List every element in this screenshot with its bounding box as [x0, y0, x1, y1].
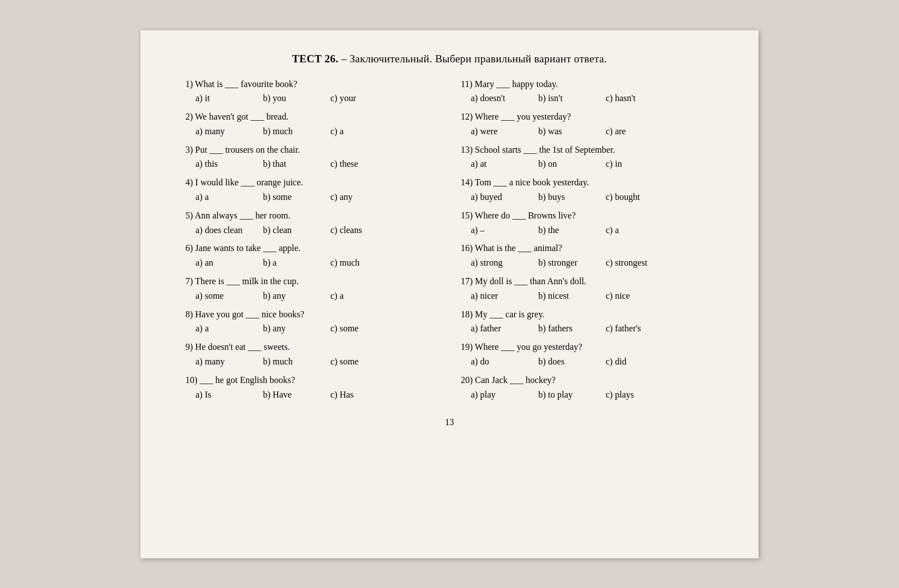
question-text: 17) My doll is ___ than Ann's doll.	[461, 275, 714, 289]
answer-group: a) ab) anyc) some	[185, 322, 438, 336]
answer-group: a) thisb) thatc) these	[185, 157, 438, 171]
answer-option: a) nicer	[471, 289, 538, 303]
question-block: 7) There is ___ milk in the cup.a) someb…	[185, 275, 438, 303]
answer-group: a) strongb) strongerc) strongest	[461, 256, 714, 270]
answer-option: c) are	[606, 125, 690, 139]
question-text: 5) Ann always ___ her room.	[185, 209, 438, 223]
answer-option: c) a	[606, 224, 690, 238]
question-text: 1) What is ___ favourite book?	[185, 78, 438, 92]
question-block: 1) What is ___ favourite book?a) itb) yo…	[185, 78, 438, 106]
answer-group: a) manyb) muchc) some	[185, 355, 438, 369]
answer-option: a) this	[196, 157, 263, 171]
question-block: 13) School starts ___ the 1st of Septemb…	[461, 143, 714, 172]
question-block: 12) Where ___ you yesterday?a) wereb) wa…	[461, 110, 714, 139]
answer-option: a) Is	[196, 388, 263, 402]
answer-group: a) itb) youc) your	[185, 92, 438, 106]
question-text: 11) Mary ___ happy today.	[461, 78, 714, 92]
answer-option: b) any	[263, 322, 330, 336]
answer-option: a) play	[471, 388, 538, 402]
answer-option: b) clean	[263, 224, 330, 238]
answer-option: a) it	[196, 92, 263, 106]
answer-group: a) atb) onc) in	[461, 157, 714, 171]
question-text: 4) I would like ___ orange juice.	[185, 176, 438, 190]
content-area: 1) What is ___ favourite book?a) itb) yo…	[185, 78, 714, 407]
answer-option: c) much	[330, 256, 415, 270]
answer-option: b) was	[538, 125, 606, 139]
question-text: 15) Where do ___ Browns live?	[461, 209, 714, 223]
question-block: 3) Put ___ trousers on the chair.a) this…	[185, 143, 438, 172]
question-text: 13) School starts ___ the 1st of Septemb…	[461, 143, 714, 157]
answer-option: b) stronger	[538, 256, 606, 270]
answer-option: c) strongest	[606, 256, 690, 270]
answer-option: a) many	[196, 125, 263, 139]
question-block: 15) Where do ___ Browns live?a) –b) thec…	[461, 209, 714, 238]
question-block: 11) Mary ___ happy today.a) doesn'tb) is…	[461, 78, 714, 106]
answer-option: b) buys	[538, 190, 606, 204]
question-block: 2) We haven't got ___ bread.a) manyb) mu…	[185, 110, 438, 139]
question-text: 14) Tom ___ a nice book yesterday.	[461, 176, 714, 190]
answer-option: b) much	[263, 355, 330, 369]
answer-option: a) –	[471, 224, 538, 238]
answer-option: c) a	[330, 289, 415, 303]
answer-option: a) father	[471, 322, 538, 336]
page: ТЕСТ 26. – Заключительный. Выбери правил…	[140, 30, 759, 558]
answer-group: a) nicerb) nicestc) nice	[461, 289, 714, 303]
answer-option: a) does clean	[196, 224, 263, 238]
page-title: ТЕСТ 26. – Заключительный. Выбери правил…	[185, 53, 714, 65]
answer-option: a) an	[196, 256, 263, 270]
question-text: 7) There is ___ milk in the cup.	[185, 275, 438, 289]
question-block: 9) He doesn't eat ___ sweets.a) manyb) m…	[185, 340, 438, 369]
answer-option: a) doesn't	[471, 92, 538, 106]
answer-option: c) bought	[606, 190, 690, 204]
answer-group: a) –b) thec) a	[461, 224, 714, 238]
answer-option: c) plays	[606, 388, 690, 402]
answer-option: b) on	[538, 157, 606, 171]
answer-option: a) strong	[471, 256, 538, 270]
question-block: 10) ___ he got English books?a) Isb) Hav…	[185, 373, 438, 402]
answer-option: c) these	[330, 157, 415, 171]
question-block: 16) What is the ___ animal?a) strongb) s…	[461, 241, 714, 270]
answer-option: b) Have	[263, 388, 330, 402]
title-bold: ТЕСТ 26.	[292, 53, 339, 65]
question-text: 10) ___ he got English books?	[185, 373, 438, 388]
answer-group: a) manyb) muchc) a	[185, 125, 438, 139]
answer-group: a) does cleanb) cleanc) cleans	[185, 224, 438, 238]
answer-option: b) the	[538, 224, 606, 238]
answer-option: a) do	[471, 355, 538, 369]
answer-option: c) did	[606, 355, 690, 369]
answer-group: a) dob) doesc) did	[461, 355, 714, 369]
question-text: 2) We haven't got ___ bread.	[185, 110, 438, 124]
question-block: 8) Have you got ___ nice books?a) ab) an…	[185, 308, 438, 336]
question-block: 19) Where ___ you go yesterday?a) dob) d…	[461, 340, 714, 369]
answer-option: b) does	[538, 355, 606, 369]
question-block: 4) I would like ___ orange juice.a) ab) …	[185, 176, 438, 204]
answer-option: b) you	[263, 92, 330, 106]
answer-option: a) some	[196, 289, 263, 303]
answer-option: c) father's	[606, 322, 690, 336]
answer-group: a) buyedb) buysc) bought	[461, 190, 714, 204]
answer-group: a) Isb) Havec) Has	[185, 388, 438, 402]
answer-option: b) isn't	[538, 92, 606, 106]
question-text: 6) Jane wants to take ___ apple.	[185, 241, 438, 256]
answer-group: a) doesn'tb) isn'tc) hasn't	[461, 92, 714, 106]
answer-group: a) wereb) wasc) are	[461, 125, 714, 139]
answer-option: c) some	[330, 322, 415, 336]
answer-option: c) Has	[330, 388, 415, 402]
page-number: 13	[185, 417, 714, 427]
answer-option: b) that	[263, 157, 330, 171]
answer-group: a) playb) to playc) plays	[461, 388, 714, 402]
question-block: 20) Can Jack ___ hockey?a) playb) to pla…	[461, 373, 714, 402]
answer-option: c) a	[330, 125, 415, 139]
answer-option: c) some	[330, 355, 415, 369]
question-block: 14) Tom ___ a nice book yesterday.a) buy…	[461, 176, 714, 204]
answer-option: c) cleans	[330, 224, 415, 238]
question-text: 12) Where ___ you yesterday?	[461, 110, 714, 124]
answer-group: a) anb) ac) much	[185, 256, 438, 270]
answer-option: b) to play	[538, 388, 606, 402]
answer-option: a) at	[471, 157, 538, 171]
question-block: 18) My ___ car is grey.a) fatherb) fathe…	[461, 308, 714, 336]
question-text: 19) Where ___ you go yesterday?	[461, 340, 714, 354]
answer-option: c) your	[330, 92, 415, 106]
answer-option: b) a	[263, 256, 330, 270]
answer-option: b) fathers	[538, 322, 606, 336]
